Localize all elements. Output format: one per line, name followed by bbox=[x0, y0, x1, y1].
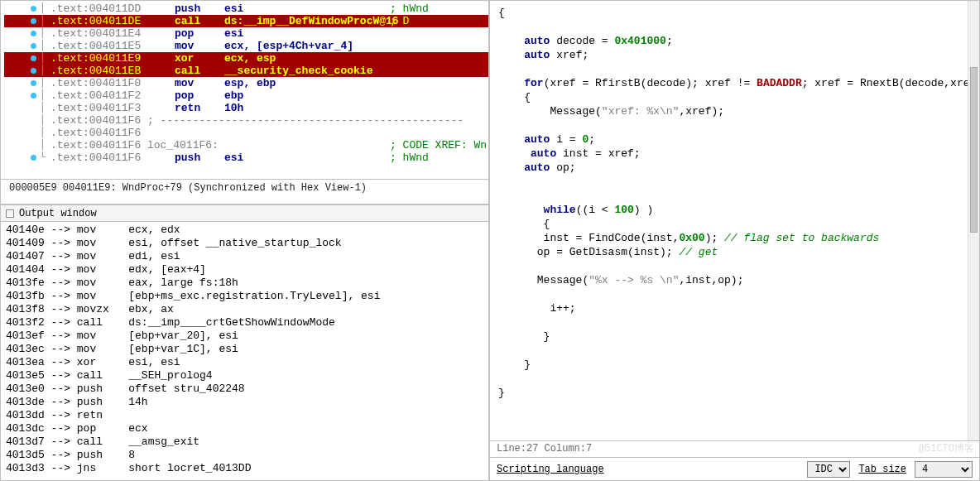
script-line: for(xref = RfirstB(decode); xref != BADA… bbox=[498, 76, 971, 90]
output-line: 4013ef --> mov [ebp+var_20], esi bbox=[6, 329, 483, 343]
operands: esp, ebp bbox=[224, 77, 390, 89]
mnemonic: pop bbox=[175, 89, 224, 102]
disasm-line[interactable]: │.text:004011EBcall__security_check_cook… bbox=[4, 65, 488, 77]
script-line: } bbox=[498, 386, 971, 400]
comment bbox=[390, 127, 488, 139]
output-text[interactable]: 40140e --> mov ecx, edx401409 --> mov es… bbox=[1, 222, 488, 480]
output-line: 4013f8 --> movzx ebx, ax bbox=[6, 303, 483, 316]
output-window-icon bbox=[6, 209, 14, 218]
script-line: { bbox=[498, 6, 971, 20]
address: .text:004011DE bbox=[50, 15, 175, 27]
operands bbox=[224, 139, 390, 152]
script-line bbox=[498, 315, 971, 329]
script-line bbox=[498, 259, 971, 273]
script-line bbox=[498, 62, 971, 76]
breakpoint-bullet-icon[interactable] bbox=[31, 43, 36, 49]
breakpoint-bullet-icon[interactable] bbox=[31, 18, 36, 24]
tab-size-select[interactable]: 4 bbox=[915, 461, 973, 478]
breakpoint-bullet-icon[interactable] bbox=[31, 155, 36, 161]
script-editor[interactable]: { auto decode = 0x401000; auto xref; for… bbox=[490, 1, 979, 440]
script-status: Line:27 Column:7 bbox=[490, 440, 979, 457]
breakpoint-bullet-icon[interactable] bbox=[31, 80, 36, 86]
address: .text:004011E4 bbox=[50, 27, 175, 40]
comment: ; hWnd bbox=[390, 152, 488, 164]
script-controls: Scripting language IDC Tab size 4 bbox=[490, 457, 979, 480]
operands: ecx, [esp+4Ch+var_4] bbox=[224, 40, 390, 52]
scrollbar-thumb[interactable] bbox=[970, 67, 978, 233]
operands: ebp bbox=[224, 89, 390, 102]
output-line: 4013de --> push 14h bbox=[6, 396, 483, 409]
script-line: { bbox=[498, 90, 971, 104]
address: .text:004011DD bbox=[50, 2, 175, 15]
comment bbox=[390, 89, 488, 102]
operands bbox=[224, 127, 390, 139]
output-line: 4013e5 --> call __SEH_prolog4 bbox=[6, 369, 483, 382]
script-scrollbar[interactable] bbox=[968, 1, 979, 440]
output-line: 4013fb --> mov [ebp+ms_exc.registration.… bbox=[6, 290, 483, 303]
disasm-line[interactable]: │.text:004011DDpushesi; hWnd bbox=[4, 2, 488, 15]
disasm-line[interactable]: │.text:004011DEcallds:__imp__DefWindowPr… bbox=[4, 15, 488, 27]
comment bbox=[390, 77, 488, 89]
output-line: 4013d5 --> push 8 bbox=[6, 449, 483, 462]
script-panel: { auto decode = 0x401000; auto xref; for… bbox=[489, 0, 980, 481]
comment: ; D bbox=[390, 15, 488, 27]
operands: ecx, esp bbox=[224, 52, 390, 65]
operands: 10h bbox=[224, 102, 390, 114]
comment bbox=[390, 40, 488, 52]
disassembly-panel: │.text:004011DDpushesi; hWnd│.text:00401… bbox=[0, 0, 489, 204]
operands: esi bbox=[224, 152, 390, 164]
mnemonic: call bbox=[175, 65, 224, 77]
breakpoint-bullet-icon[interactable] bbox=[31, 55, 36, 61]
disasm-line[interactable]: │.text:004011F6 loc_4011F6:; CODE XREF: … bbox=[4, 139, 488, 152]
disasm-line[interactable]: └.text:004011F6pushesi; hWnd bbox=[4, 152, 488, 164]
script-line bbox=[498, 344, 971, 358]
disasm-line[interactable]: │.text:004011F6 bbox=[4, 127, 488, 139]
output-title-text: Output window bbox=[19, 208, 97, 219]
breakpoint-bullet-icon[interactable] bbox=[31, 68, 36, 74]
output-line: 401409 --> mov esi, offset __native_star… bbox=[6, 237, 483, 250]
mnemonic bbox=[175, 114, 224, 127]
output-line: 4013dd --> retn bbox=[6, 409, 483, 422]
comment bbox=[390, 102, 488, 114]
script-line: auto xref; bbox=[498, 48, 971, 62]
script-line bbox=[498, 175, 971, 189]
output-line: 40140e --> mov ecx, edx bbox=[6, 224, 483, 237]
script-line: Message("%x --> %s \n",inst,op); bbox=[498, 273, 971, 287]
scripting-language-label: Scripting language bbox=[497, 464, 604, 475]
output-line: 4013fe --> mov eax, large fs:18h bbox=[6, 277, 483, 290]
disasm-line[interactable]: │.text:004011F2popebp bbox=[4, 89, 488, 102]
address: .text:004011F6 loc_4011F6: bbox=[50, 139, 175, 152]
mnemonic: pop bbox=[175, 27, 224, 40]
script-line: } bbox=[498, 329, 971, 344]
script-line: Message("xref: %x\n",xref); bbox=[498, 104, 971, 118]
output-line: 4013e0 --> push offset stru_402248 bbox=[6, 382, 483, 396]
disasm-line[interactable]: │.text:004011F3retn10h bbox=[4, 102, 488, 114]
disasm-line[interactable]: │.text:004011F0movesp, ebp bbox=[4, 77, 488, 89]
disassembly-listing[interactable]: │.text:004011DDpushesi; hWnd│.text:00401… bbox=[1, 1, 488, 179]
disasm-line[interactable]: │.text:004011F6 ; ----------------------… bbox=[4, 114, 488, 127]
address: .text:004011F0 bbox=[50, 77, 175, 89]
mnemonic bbox=[175, 139, 224, 152]
output-line: 4013f2 --> call ds:__imp____crtGetShowWi… bbox=[6, 316, 483, 329]
disasm-line[interactable]: │.text:004011E9xorecx, esp bbox=[4, 52, 488, 65]
script-line bbox=[498, 287, 971, 301]
comment bbox=[390, 52, 488, 65]
comment bbox=[390, 114, 488, 127]
output-line: 4013d3 --> jns short locret_4013DD bbox=[6, 462, 483, 475]
breakpoint-bullet-icon[interactable] bbox=[31, 6, 36, 12]
scripting-language-select[interactable]: IDC bbox=[807, 461, 850, 478]
script-line: auto i = 0; bbox=[498, 132, 971, 147]
address: .text:004011F6 bbox=[50, 127, 175, 139]
mnemonic: mov bbox=[175, 77, 224, 89]
disasm-line[interactable]: │.text:004011E5movecx, [esp+4Ch+var_4] bbox=[4, 40, 488, 52]
address: .text:004011E5 bbox=[50, 40, 175, 52]
mnemonic: push bbox=[175, 152, 224, 164]
script-line: auto inst = xref; bbox=[498, 147, 971, 161]
script-line bbox=[498, 189, 971, 203]
mnemonic: push bbox=[175, 2, 224, 15]
tab-size-label: Tab size bbox=[858, 464, 906, 475]
output-title-bar[interactable]: Output window bbox=[1, 205, 488, 222]
breakpoint-bullet-icon[interactable] bbox=[31, 93, 36, 99]
breakpoint-bullet-icon[interactable] bbox=[31, 31, 36, 36]
disasm-line[interactable]: │.text:004011E4popesi bbox=[4, 27, 488, 40]
